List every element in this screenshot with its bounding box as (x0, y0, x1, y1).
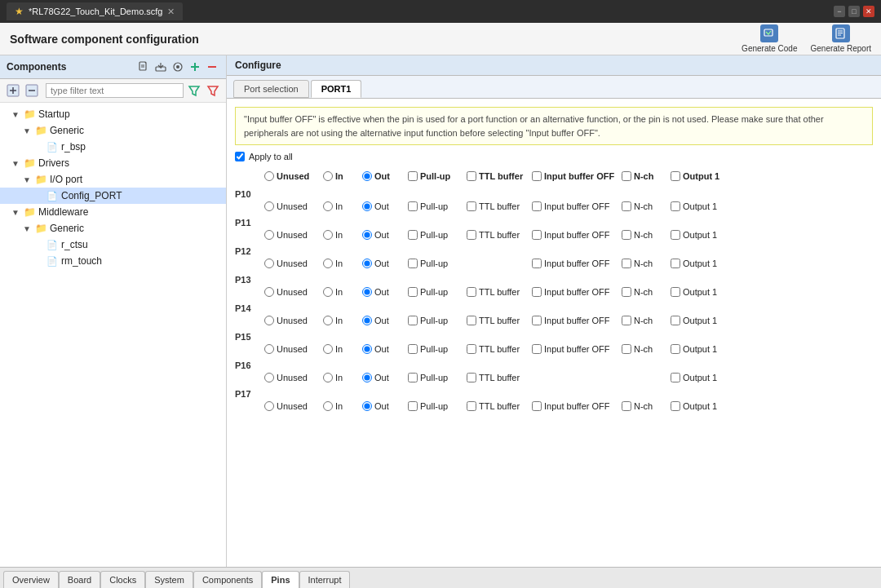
p15-pullup-check[interactable] (408, 344, 418, 354)
sidebar-item-rmtouch[interactable]: 📄 rm_touch (0, 253, 226, 269)
tab-system[interactable]: System (145, 571, 193, 588)
p17-unused-radio[interactable] (264, 401, 274, 411)
p17-ttl-check[interactable] (467, 401, 476, 411)
tab-components[interactable]: Components (193, 571, 262, 588)
p13-inputbuf-check[interactable] (532, 287, 542, 297)
filter-green-icon[interactable] (186, 82, 202, 99)
p17-out1-label[interactable]: Output 1 (671, 401, 728, 411)
p12-unused-label[interactable]: Unused (264, 259, 323, 268)
p13-unused-radio[interactable] (264, 287, 274, 297)
tab-interrupt[interactable]: Interrupt (299, 571, 351, 588)
p15-out-radio[interactable] (362, 344, 372, 354)
p14-pullup-label[interactable]: Pull-up (408, 316, 467, 325)
p11-inputbuf-label[interactable]: Input buffer OFF (532, 230, 622, 240)
p10-in-radio[interactable] (323, 201, 333, 211)
header-in-radio[interactable] (323, 171, 333, 181)
p17-pullup-check[interactable] (408, 401, 418, 411)
p13-in-radio[interactable] (323, 287, 333, 297)
p15-nch-label[interactable]: N-ch (622, 344, 671, 354)
header-nch-label[interactable]: N-ch (622, 171, 671, 181)
p15-in-radio[interactable] (323, 344, 333, 354)
p16-pullup-label[interactable]: Pull-up (408, 373, 467, 382)
p14-ttl-check[interactable] (467, 316, 476, 325)
header-inputbuf-check[interactable] (532, 171, 542, 181)
p12-nch-label[interactable]: N-ch (622, 259, 671, 268)
sidebar-item-rbsp[interactable]: 📄 r_bsp (0, 139, 226, 155)
minimize-button[interactable]: − (834, 6, 845, 17)
header-output1-label[interactable]: Output 1 (671, 171, 728, 181)
p13-in-label[interactable]: In (323, 287, 362, 297)
sidebar-icon-3[interactable] (170, 60, 185, 74)
p13-out-label[interactable]: Out (362, 287, 408, 297)
p12-pullup-check[interactable] (408, 259, 418, 268)
p15-inputbuf-label[interactable]: Input buffer OFF (532, 344, 622, 354)
p11-pullup-label[interactable]: Pull-up (408, 230, 467, 240)
header-ttl-check[interactable] (467, 171, 476, 181)
sidebar-item-generic2[interactable]: ▼ 📁 Generic (0, 220, 226, 237)
tab-close[interactable]: ✕ (167, 7, 175, 17)
filter-input[interactable] (46, 83, 184, 98)
p11-ttl-label[interactable]: TTL buffer (467, 230, 532, 240)
p13-unused-label[interactable]: Unused (264, 287, 323, 297)
p10-nch-check[interactable] (622, 201, 631, 211)
p15-inputbuf-check[interactable] (532, 344, 542, 354)
p15-nch-check[interactable] (622, 344, 631, 354)
p12-out-label[interactable]: Out (362, 259, 408, 268)
p10-nch-label[interactable]: N-ch (622, 201, 671, 211)
p17-in-radio[interactable] (323, 401, 333, 411)
p14-in-radio[interactable] (323, 316, 333, 325)
p10-in-label[interactable]: In (323, 201, 362, 211)
p11-in-radio[interactable] (323, 230, 333, 240)
p17-out-label[interactable]: Out (362, 401, 408, 411)
p13-out-radio[interactable] (362, 287, 372, 297)
p11-out1-check[interactable] (671, 230, 680, 240)
p14-in-label[interactable]: In (323, 316, 362, 325)
p11-unused-label[interactable]: Unused (264, 230, 323, 240)
p14-out-radio[interactable] (362, 316, 372, 325)
expand-all-icon[interactable] (5, 82, 21, 99)
p16-ttl-check[interactable] (467, 373, 476, 382)
p11-inputbuf-check[interactable] (532, 230, 542, 240)
p17-nch-label[interactable]: N-ch (622, 401, 671, 411)
p14-ttl-label[interactable]: TTL buffer (467, 316, 532, 325)
p16-in-label[interactable]: In (323, 373, 362, 382)
p14-unused-label[interactable]: Unused (264, 316, 323, 325)
p15-ttl-label[interactable]: TTL buffer (467, 344, 532, 354)
tab-clocks[interactable]: Clocks (100, 571, 145, 588)
header-pullup-label[interactable]: Pull-up (408, 171, 467, 181)
p10-out-radio[interactable] (362, 201, 372, 211)
p15-pullup-label[interactable]: Pull-up (408, 344, 467, 354)
generate-report-button[interactable]: Generate Report (811, 24, 872, 53)
p13-out1-check[interactable] (671, 287, 680, 297)
tab-pins[interactable]: Pins (262, 571, 299, 588)
p17-in-label[interactable]: In (323, 401, 362, 411)
p11-ttl-check[interactable] (467, 230, 476, 240)
header-in-label[interactable]: In (323, 171, 362, 181)
filter-red-icon[interactable] (205, 82, 221, 99)
p11-nch-label[interactable]: N-ch (622, 230, 671, 240)
p16-in-radio[interactable] (323, 373, 333, 382)
header-output1-check[interactable] (671, 171, 680, 181)
p15-in-label[interactable]: In (323, 344, 362, 354)
apply-all-checkbox[interactable] (235, 152, 245, 161)
header-inputbuf-label[interactable]: Input buffer OFF (532, 171, 622, 181)
header-unused-label[interactable]: Unused (264, 171, 323, 181)
header-ttl-label[interactable]: TTL buffer (467, 171, 532, 181)
p10-ttl-check[interactable] (467, 201, 476, 211)
p10-unused-radio[interactable] (264, 201, 274, 211)
p11-out-radio[interactable] (362, 230, 372, 240)
p12-out-radio[interactable] (362, 259, 372, 268)
header-nch-check[interactable] (622, 171, 631, 181)
p14-unused-radio[interactable] (264, 316, 274, 325)
p17-inputbuf-label[interactable]: Input buffer OFF (532, 401, 622, 411)
sidebar-icon-2[interactable] (153, 60, 168, 74)
tab-overview[interactable]: Overview (3, 571, 59, 588)
p11-nch-check[interactable] (622, 230, 631, 240)
p10-out1-label[interactable]: Output 1 (671, 201, 728, 211)
p11-pullup-check[interactable] (408, 230, 418, 240)
p15-out1-label[interactable]: Output 1 (671, 344, 728, 354)
p14-out1-label[interactable]: Output 1 (671, 316, 728, 325)
sidebar-item-ioport[interactable]: ▼ 📁 I/O port (0, 171, 226, 188)
p16-out-radio[interactable] (362, 373, 372, 382)
apply-all-label[interactable]: Apply to all (249, 152, 293, 161)
